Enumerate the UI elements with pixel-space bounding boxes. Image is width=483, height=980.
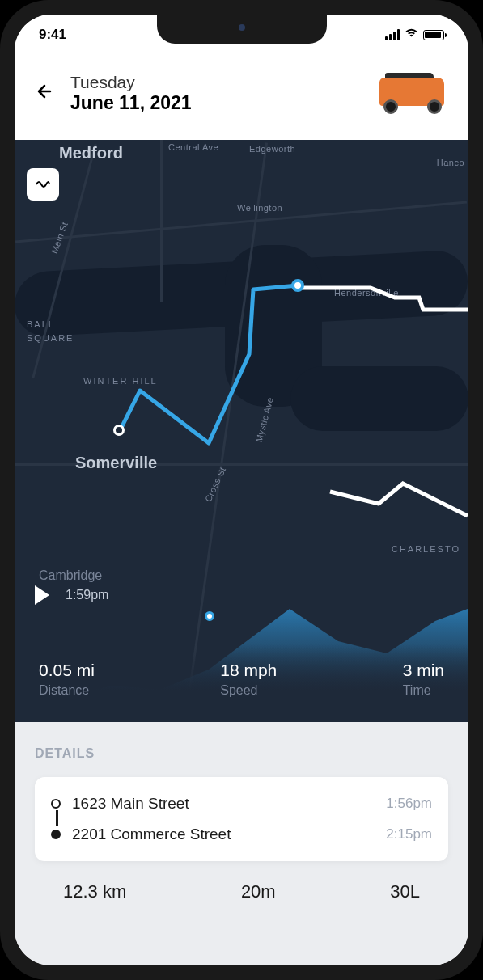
- trip-details-card[interactable]: 1623 Main Street 1:56pm 2201 Commerce St…: [35, 777, 448, 861]
- stats-row: 0.05 mi Distance 18 mph Speed 3 min Time: [15, 644, 468, 722]
- signal-icon: [385, 29, 400, 40]
- stat-distance: 0.05 mi Distance: [39, 661, 95, 698]
- page-header: Tuesday June 11, 2021: [15, 55, 468, 140]
- route-start-point: [113, 425, 125, 436]
- route-path: [15, 140, 468, 544]
- end-dot-icon: [51, 830, 61, 839]
- end-time: 2:15pm: [386, 826, 432, 843]
- detail-start-row: 1623 Main Street 1:56pm: [51, 795, 432, 813]
- start-dot-icon: [51, 799, 61, 809]
- detail-end-row: 2201 Commerce Street 2:15pm: [51, 826, 432, 843]
- end-address: 2201 Commerce Street: [72, 826, 231, 843]
- bottom-distance: 12.3 km: [63, 881, 126, 902]
- details-section: DETAILS 1623 Main Street 1:56pm 2201 Com…: [15, 722, 468, 965]
- wifi-icon: [405, 27, 418, 42]
- stat-time: 3 min Time: [403, 661, 444, 698]
- map-view[interactable]: Medford Central Ave Edgeworth Hanco Well…: [15, 140, 468, 722]
- stat-speed: 18 mph Speed: [220, 661, 277, 698]
- bottom-duration: 20m: [241, 881, 276, 902]
- start-time: 1:56pm: [386, 796, 432, 812]
- play-button[interactable]: [35, 585, 49, 605]
- header-day: Tuesday: [70, 73, 359, 92]
- header-date: June 11, 2021: [70, 92, 359, 114]
- vehicle-image[interactable]: [375, 71, 448, 116]
- battery-icon: [423, 30, 444, 40]
- details-title: DETAILS: [35, 746, 448, 761]
- status-time: 9:41: [39, 27, 66, 43]
- map-label-charleston: CHARLESTO: [392, 544, 460, 554]
- back-button[interactable]: [35, 82, 54, 106]
- chart-current-point: [205, 611, 214, 621]
- route-end-point: [291, 279, 304, 292]
- start-address: 1623 Main Street: [72, 795, 189, 813]
- map-toggle-button[interactable]: [27, 168, 59, 201]
- playback-time: 1:59pm: [66, 588, 108, 602]
- bottom-stats-row: 12.3 km 20m 30L: [35, 861, 448, 902]
- bottom-fuel: 30L: [390, 881, 420, 902]
